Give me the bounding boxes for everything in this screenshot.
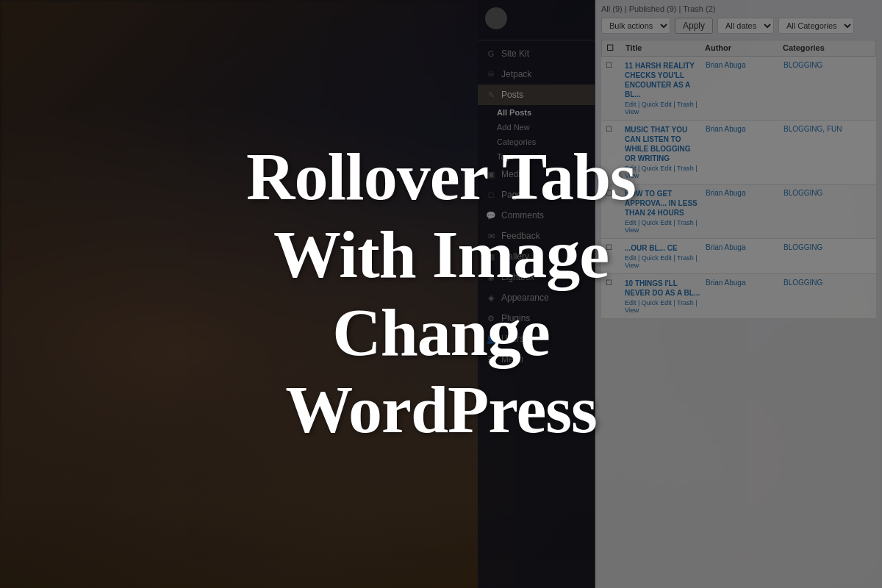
dark-overlay <box>0 0 882 588</box>
